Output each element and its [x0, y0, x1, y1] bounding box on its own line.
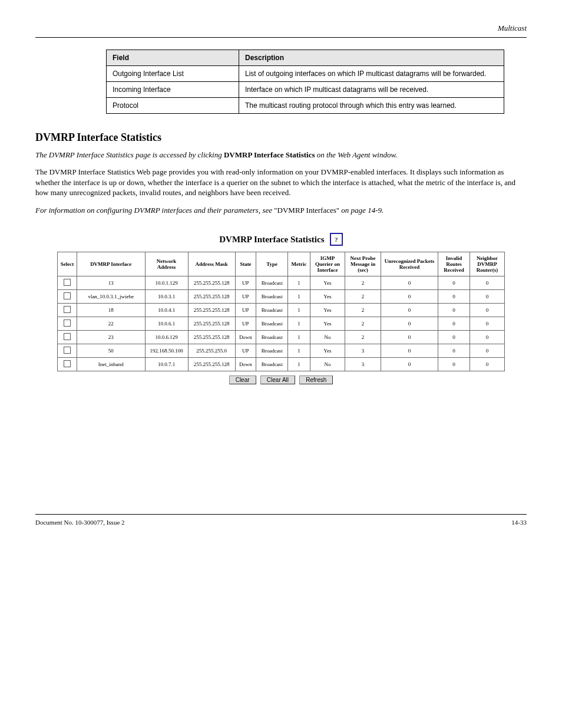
dvmrp-stats-table: SelectDVMRP InterfaceNetwork AddressAddr… [57, 252, 505, 371]
table-row: vlan_10.0.3.1_jwiebe10.0.3.1255.255.255.… [58, 290, 505, 304]
stats-column-header: Neighbor DVMRP Router(s) [470, 252, 505, 276]
network-address-cell: 192.168.50.100 [145, 344, 188, 358]
row-checkbox[interactable] [64, 319, 71, 327]
stats-column-header: Select [58, 252, 77, 276]
footer-left: Document No. 10-300077, Issue 2 [35, 519, 125, 526]
unrecognized-packets-cell: 0 [381, 304, 438, 317]
unrecognized-packets-cell: 0 [381, 331, 438, 344]
field-description-table: Field Description Outgoing Interface Lis… [106, 50, 504, 114]
field-table-header-field: Field [107, 50, 239, 65]
table-row: 50192.168.50.100255.255.255.0UPBroadcast… [58, 344, 505, 358]
row-checkbox[interactable] [64, 333, 71, 340]
interface-cell: 22 [77, 317, 146, 331]
table-row: 1810.0.4.1255.255.255.128UPBroadcast1Yes… [58, 304, 505, 317]
network-address-cell: 10.0.6.1 [145, 317, 188, 331]
address-mask-cell: 255.255.255.128 [188, 317, 235, 331]
state-cell: Down [235, 358, 256, 371]
select-cell [58, 276, 77, 290]
table-row: 2210.0.6.1255.255.255.128UPBroadcast1Yes… [58, 317, 505, 331]
network-address-cell: 10.0.1.129 [145, 276, 188, 290]
igmp-querier-cell: No [310, 358, 345, 371]
next-probe-cell: 2 [345, 317, 381, 331]
neighbor-routers-cell: 0 [470, 290, 505, 304]
stats-column-header: Network Address [145, 252, 188, 276]
igmp-querier-cell: Yes [310, 290, 345, 304]
refresh-button[interactable]: Refresh [299, 375, 333, 384]
clear-button[interactable]: Clear [229, 375, 256, 384]
stats-column-header: Next Probe Message in (sec) [345, 252, 381, 276]
row-checkbox[interactable] [64, 347, 71, 354]
footer-rule [35, 514, 527, 515]
row-checkbox[interactable] [64, 279, 71, 286]
interface-cell: vlan_10.0.3.1_jwiebe [77, 290, 146, 304]
igmp-querier-cell: Yes [310, 344, 345, 358]
address-mask-cell: 255.255.255.0 [188, 344, 235, 358]
select-cell [58, 344, 77, 358]
unrecognized-packets-cell: 0 [381, 317, 438, 331]
state-cell: UP [235, 344, 256, 358]
select-cell [58, 358, 77, 371]
network-address-cell: 10.0.3.1 [145, 290, 188, 304]
unrecognized-packets-cell: 0 [381, 358, 438, 371]
metric-cell: 1 [288, 276, 310, 290]
field-table-header-desc: Description [239, 50, 504, 65]
field-name-cell: Outgoing Interface List [107, 65, 239, 81]
igmp-querier-cell: Yes [310, 317, 345, 331]
body-paragraph: The DVMRP Interface Statistics Web page … [35, 167, 527, 198]
field-name-cell: Incoming Interface [107, 81, 239, 97]
state-cell: UP [235, 276, 256, 290]
invalid-routes-cell: 0 [438, 276, 470, 290]
stats-column-header: Type [256, 252, 288, 276]
state-cell: UP [235, 317, 256, 331]
select-cell [58, 331, 77, 344]
igmp-querier-cell: Yes [310, 276, 345, 290]
network-address-cell: 10.0.4.1 [145, 304, 188, 317]
next-probe-cell: 2 [345, 331, 381, 344]
row-checkbox[interactable] [64, 306, 71, 313]
type-cell: Broadcast [256, 290, 288, 304]
invalid-routes-cell: 0 [438, 317, 470, 331]
type-cell: Broadcast [256, 304, 288, 317]
neighbor-routers-cell: 0 [470, 344, 505, 358]
interface-cell: Inet_inband [77, 358, 146, 371]
unrecognized-packets-cell: 0 [381, 290, 438, 304]
neighbor-routers-cell: 0 [470, 276, 505, 290]
table-row: Inet_inband10.0.7.1255.255.255.128DownBr… [58, 358, 505, 371]
next-probe-cell: 3 [345, 344, 381, 358]
row-checkbox[interactable] [64, 360, 71, 367]
stats-heading: DVMRP Interface Statistics ? [35, 233, 527, 246]
network-address-cell: 10.0.7.1 [145, 358, 188, 371]
interface-cell: 50 [77, 344, 146, 358]
type-cell: Broadcast [256, 331, 288, 344]
footer-right: 14-33 [511, 519, 527, 526]
metric-cell: 1 [288, 317, 310, 331]
field-name-cell: Protocol [107, 97, 239, 113]
section-title: DVMRP Interface Statistics [35, 131, 527, 144]
help-icon[interactable]: ? [330, 233, 343, 246]
neighbor-routers-cell: 0 [470, 331, 505, 344]
row-checkbox[interactable] [64, 292, 71, 299]
state-cell: Down [235, 331, 256, 344]
address-mask-cell: 255.255.255.128 [188, 276, 235, 290]
address-mask-cell: 255.255.255.128 [188, 304, 235, 317]
stats-column-header: Invalid Routes Received [438, 252, 470, 276]
stats-button-row: Clear Clear All Refresh [35, 375, 527, 384]
invalid-routes-cell: 0 [438, 344, 470, 358]
stats-title: DVMRP Interface Statistics [219, 235, 324, 244]
igmp-querier-cell: Yes [310, 304, 345, 317]
clear-all-button[interactable]: Clear All [260, 375, 295, 384]
invalid-routes-cell: 0 [438, 358, 470, 371]
unrecognized-packets-cell: 0 [381, 344, 438, 358]
body-paragraph: The DVMRP Interface Statistics page is a… [35, 150, 527, 160]
field-desc-cell: List of outgoing interfaces on which IP … [239, 65, 504, 81]
field-desc-cell: Interface on which IP multicast datagram… [239, 81, 504, 97]
neighbor-routers-cell: 0 [470, 317, 505, 331]
address-mask-cell: 255.255.255.128 [188, 331, 235, 344]
interface-cell: 23 [77, 331, 146, 344]
invalid-routes-cell: 0 [438, 304, 470, 317]
state-cell: UP [235, 304, 256, 317]
invalid-routes-cell: 0 [438, 331, 470, 344]
next-probe-cell: 3 [345, 358, 381, 371]
table-row: 1310.0.1.129255.255.255.128UPBroadcast1Y… [58, 276, 505, 290]
network-address-cell: 10.0.6.129 [145, 331, 188, 344]
